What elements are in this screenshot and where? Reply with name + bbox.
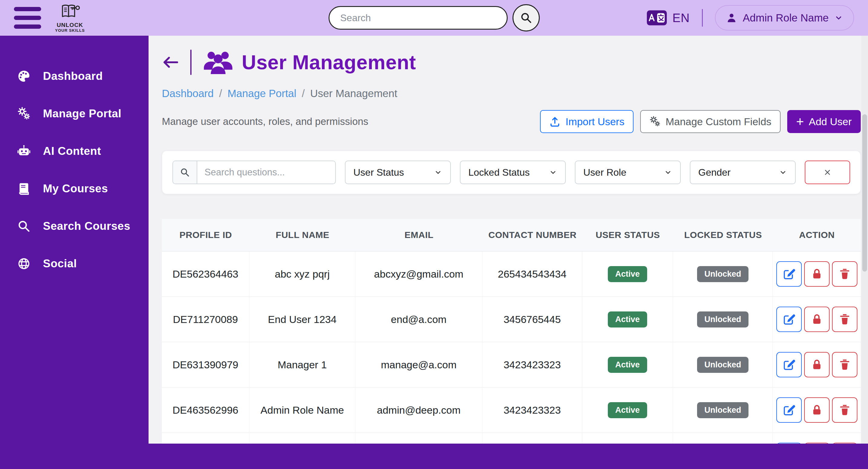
x-clear-icon xyxy=(823,168,832,177)
user-status-badge: Active xyxy=(608,402,647,418)
title-divider xyxy=(190,49,191,75)
hamburger-menu-button[interactable] xyxy=(14,7,41,29)
delete-user-button[interactable] xyxy=(832,443,858,444)
language-code: EN xyxy=(672,11,690,25)
gears-icon xyxy=(17,107,31,121)
sidebar-item-my-courses[interactable]: My Courses xyxy=(0,170,149,207)
lock-icon xyxy=(810,403,824,417)
logo-book-key-icon xyxy=(58,3,82,22)
cell-profile-id: DE463562996 xyxy=(162,388,250,432)
cell-action xyxy=(773,297,861,342)
cell-contact-number: +12345678900 xyxy=(483,433,582,444)
sidebar-item-label: My Courses xyxy=(43,182,108,195)
scrollbar-thumb[interactable] xyxy=(862,114,867,272)
table-row: DE497094095 Test User test@gmail.com +12… xyxy=(162,433,861,444)
trash-icon xyxy=(838,267,851,280)
sidebar-item-social[interactable]: Social xyxy=(0,245,149,282)
clear-filters-button[interactable] xyxy=(805,161,850,184)
add-user-button[interactable]: + Add User xyxy=(787,110,861,133)
sidebar-item-label: Social xyxy=(43,257,77,270)
search-icon xyxy=(17,219,31,233)
chevron-down-icon xyxy=(549,168,557,177)
filter-bar: User Status Locked Status User Role Gend… xyxy=(162,150,861,194)
edit-user-button[interactable] xyxy=(776,261,802,287)
edit-pencil-square-icon xyxy=(782,403,796,417)
search-icon xyxy=(173,161,197,183)
sidebar-item-manage-portal[interactable]: Manage Portal xyxy=(0,95,149,132)
cell-profile-id: DE562364463 xyxy=(162,252,250,296)
table-search-input[interactable] xyxy=(197,161,335,183)
footer-bar xyxy=(0,444,868,469)
user-status-select[interactable]: User Status xyxy=(345,161,451,184)
manage-custom-fields-button[interactable]: Manage Custom Fields xyxy=(640,110,781,133)
manage-custom-fields-label: Manage Custom Fields xyxy=(665,116,772,128)
lock-user-button[interactable] xyxy=(804,261,830,287)
locked-status-badge: Unlocked xyxy=(697,266,748,282)
cell-locked-status: Unlocked xyxy=(673,433,773,444)
locked-status-select[interactable]: Locked Status xyxy=(460,161,566,184)
breadcrumb-dashboard[interactable]: Dashboard xyxy=(162,88,214,99)
import-users-label: Import Users xyxy=(565,116,624,128)
cell-locked-status: Unlocked xyxy=(673,342,773,387)
delete-user-button[interactable] xyxy=(832,352,858,377)
global-search-button[interactable] xyxy=(513,4,540,31)
table-row: DE463562996 Admin Role Name admin@deep.c… xyxy=(162,388,861,433)
chevron-down-icon xyxy=(779,168,787,177)
page-title: User Management xyxy=(242,51,416,74)
app-logo[interactable]: UNLOCK YOUR SKILLS xyxy=(55,3,85,33)
sidebar: Dashboard Manage Portal AI Content My Co… xyxy=(0,36,149,444)
vertical-scrollbar[interactable] xyxy=(861,36,868,444)
edit-user-button[interactable] xyxy=(776,307,802,332)
locked-status-badge: Unlocked xyxy=(697,311,748,328)
chevron-down-icon xyxy=(664,168,672,177)
globe-icon xyxy=(17,257,31,271)
gears-icon xyxy=(649,116,661,127)
lock-user-button[interactable] xyxy=(804,352,830,377)
lock-user-button[interactable] xyxy=(804,397,830,423)
edit-user-button[interactable] xyxy=(776,397,802,423)
cell-action xyxy=(773,433,861,444)
breadcrumb-separator: / xyxy=(219,88,222,99)
translate-icon xyxy=(647,10,667,25)
breadcrumb-manage-portal[interactable]: Manage Portal xyxy=(227,88,297,99)
breadcrumb: Dashboard / Manage Portal / User Managem… xyxy=(162,88,861,99)
top-bar-right: EN Admin Role Name xyxy=(647,5,854,31)
user-status-badge: Active xyxy=(608,357,647,373)
sidebar-item-search-courses[interactable]: Search Courses xyxy=(0,207,149,245)
lock-user-button[interactable] xyxy=(804,307,830,332)
sidebar-item-label: Dashboard xyxy=(43,70,103,82)
user-role-select[interactable]: User Role xyxy=(575,161,681,184)
global-search-input[interactable] xyxy=(329,6,508,30)
column-header-user-status: USER STATUS xyxy=(582,230,673,240)
column-header-action: ACTION xyxy=(773,230,861,240)
plus-icon: + xyxy=(796,115,804,128)
language-switcher[interactable]: EN xyxy=(647,10,690,25)
delete-user-button[interactable] xyxy=(832,397,858,423)
cell-email: admin@deep.com xyxy=(355,388,483,432)
edit-user-button[interactable] xyxy=(776,443,802,444)
cell-full-name: Manager 1 xyxy=(250,342,355,387)
user-menu-button[interactable]: Admin Role Name xyxy=(715,5,854,31)
edit-pencil-square-icon xyxy=(782,358,796,371)
user-name: Admin Role Name xyxy=(743,12,829,24)
import-users-button[interactable]: Import Users xyxy=(540,110,633,133)
sidebar-item-dashboard[interactable]: Dashboard xyxy=(0,58,149,95)
table-row: DE562364463 abc xyz pqrj abcxyz@gmail.co… xyxy=(162,252,861,297)
cell-locked-status: Unlocked xyxy=(673,388,773,432)
add-user-label: Add User xyxy=(809,116,852,128)
sidebar-item-ai-content[interactable]: AI Content xyxy=(0,132,149,170)
delete-user-button[interactable] xyxy=(832,307,858,332)
toolbar-row: Manage user accounts, roles, and permiss… xyxy=(162,110,861,133)
cell-action xyxy=(773,252,861,296)
edit-user-button[interactable] xyxy=(776,352,802,377)
cell-email: abcxyz@gmail.com xyxy=(355,252,483,296)
back-button[interactable] xyxy=(162,54,179,71)
column-header-full-name: FULL NAME xyxy=(250,230,355,240)
cell-profile-id: DE631390979 xyxy=(162,342,250,387)
lock-icon xyxy=(810,313,824,326)
gender-select[interactable]: Gender xyxy=(690,161,796,184)
lock-user-button[interactable] xyxy=(804,443,830,444)
cell-locked-status: Unlocked xyxy=(673,252,773,296)
column-header-email: EMAIL xyxy=(355,230,483,240)
delete-user-button[interactable] xyxy=(832,261,858,287)
